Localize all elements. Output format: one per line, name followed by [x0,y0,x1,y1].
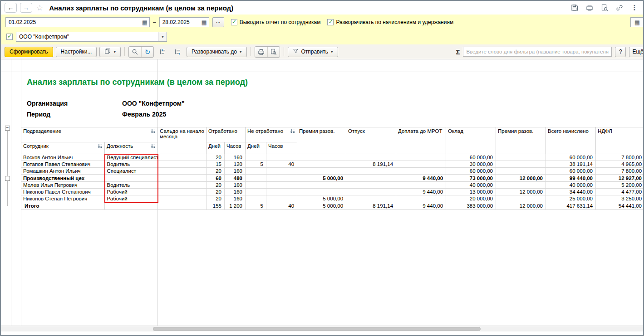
cell-premia_razov_2[interactable]: 12 000,00 [496,202,546,210]
cell-position[interactable]: Водитель [105,182,158,189]
cell-premia_razov[interactable] [297,168,346,175]
cell-vsego_nachisleno[interactable]: 417 631,14 [546,202,596,210]
cell-hours_not_worked[interactable] [266,182,297,189]
cell-saldo[interactable] [158,161,206,168]
cell-days_worked[interactable]: 20 [206,168,225,175]
more-button[interactable]: Ещё [629,47,644,57]
cell-days_worked[interactable]: 20 [206,154,225,161]
cell-hours_worked[interactable]: 160 [225,189,246,195]
cell-doplata_mrot[interactable]: 9 440,00 [396,175,446,182]
header-oklad[interactable]: Оклад [446,127,496,154]
cell-employee[interactable]: Молев Илья Петрович [21,182,105,189]
cell-days_worked[interactable]: 20 [206,195,225,202]
cell-days_worked[interactable]: 20 [206,182,225,189]
help-button[interactable]: ? [615,47,626,57]
cell-saldo[interactable] [158,168,206,175]
cell-days_not_worked[interactable] [246,182,266,189]
cell-vsego_nachisleno[interactable]: 40 000,00 [546,182,596,189]
header-vsego-nachisleno[interactable]: Всего начислено [546,127,596,154]
cell-employee[interactable]: Никонов Павел Степанович [21,189,105,195]
cell-vsego_nachisleno[interactable]: 25 000,00 [546,195,596,202]
header-sotrudnik[interactable]: Сотрудник [21,142,105,154]
cell-hours_not_worked[interactable] [266,189,297,195]
cell-hours_worked[interactable]: 120 [225,161,246,168]
cell-ndfl[interactable]: 3 250,00 [596,195,643,202]
cell-days_worked[interactable]: 60 [206,175,225,182]
cell-otpusk[interactable] [346,154,396,161]
send-button[interactable]: Отправить ▾ [288,47,338,57]
scrollbar-thumb[interactable] [153,327,481,331]
cell-otpusk[interactable] [346,175,396,182]
cell-ndfl[interactable]: 7 800,00 [596,154,643,161]
cell-saldo[interactable] [158,195,206,202]
cell-employee[interactable]: Итого [21,202,105,210]
preview-icon[interactable] [600,4,609,12]
cell-position[interactable] [105,175,158,182]
cell-otpusk[interactable] [346,168,396,175]
search-icon[interactable] [129,47,141,57]
cell-hours_not_worked[interactable] [266,195,297,202]
cell-ndfl[interactable]: 4 965,00 [596,161,643,168]
cell-premia_razov[interactable] [297,189,346,195]
cell-hours_not_worked[interactable] [266,168,297,175]
collapse-group-button[interactable]: − [5,126,10,131]
cell-days_not_worked[interactable]: 5 [246,161,266,168]
cell-premia_razov[interactable]: 5 000,00 [297,195,346,202]
cell-employee[interactable]: Ромашкин Антон Ильич [21,168,105,175]
cell-oklad[interactable]: 60 000,00 [446,168,496,175]
cell-position[interactable]: Рабочий [105,195,158,202]
header-otrabotano[interactable]: Отработано [206,127,246,142]
sort-icon[interactable] [98,144,103,149]
header-dney-worked[interactable]: Дней [206,142,225,154]
link-icon[interactable] [615,4,624,12]
cell-premia_razov[interactable] [297,161,346,168]
save-icon[interactable] [570,4,579,12]
cell-premia_razov_2[interactable] [496,161,546,168]
cell-saldo[interactable] [158,182,206,189]
cell-hours_worked[interactable]: 160 [225,154,246,161]
cell-hours_not_worked[interactable] [266,154,297,161]
cell-otpusk[interactable]: 8 191,14 [346,202,396,210]
collapse-groups-icon[interactable] [157,47,169,57]
cell-oklad[interactable]: 73 000,00 [446,175,496,182]
cell-ndfl[interactable]: 12 927,00 [596,175,643,182]
cell-vsego_nachisleno[interactable]: 34 440,00 [546,189,596,195]
cell-days_not_worked[interactable] [246,154,266,161]
date-from-calendar-icon[interactable]: ▦ [140,18,149,27]
header-ne-otrabotano[interactable]: Не отработано [246,127,297,142]
period-picker-edge-button[interactable]: ▦ [630,17,644,27]
generate-button[interactable]: Сформировать [5,47,53,57]
cell-oklad[interactable]: 20 000,00 [446,195,496,202]
cell-premia_razov[interactable] [297,182,346,189]
sort-icon[interactable] [151,129,156,134]
header-saldo[interactable]: Сальдо на начало месяца [158,127,206,154]
collapse-group-button[interactable]: − [5,176,10,181]
date-to-input[interactable] [160,18,200,27]
filter-search-input[interactable] [463,47,612,57]
cell-days_not_worked[interactable] [246,175,266,182]
cell-otpusk[interactable] [346,182,396,189]
print-preview-icon[interactable] [267,47,280,57]
cell-otpusk[interactable] [346,195,396,202]
by-employees-checkbox[interactable] [231,19,237,25]
header-dney-not-worked[interactable]: Дней [246,142,266,154]
cell-days_not_worked[interactable] [246,189,266,195]
cell-days_not_worked[interactable] [246,168,266,175]
refresh-icon[interactable]: ↻ [141,47,153,57]
cell-doplata_mrot[interactable] [396,161,446,168]
cell-oklad[interactable]: 30 000,00 [446,161,496,168]
cell-premia_razov[interactable] [297,154,346,161]
cell-hours_not_worked[interactable] [266,175,297,182]
cell-ndfl[interactable]: 5 200,00 [596,182,643,189]
cell-premia_razov_2[interactable] [496,168,546,175]
cell-premia_razov_2[interactable] [496,154,546,161]
cell-doplata_mrot[interactable] [396,195,446,202]
cell-employee[interactable]: Потапов Павел Степанович [21,161,105,168]
cell-hours_worked[interactable]: 480 [225,175,246,182]
cell-saldo[interactable] [158,154,206,161]
cell-hours_not_worked[interactable]: 40 [266,161,297,168]
cell-days_not_worked[interactable] [246,195,266,202]
cell-oklad[interactable]: 40 000,00 [446,182,496,189]
print-icon[interactable] [255,47,267,57]
report-variants-button[interactable]: ▾ [99,47,121,57]
